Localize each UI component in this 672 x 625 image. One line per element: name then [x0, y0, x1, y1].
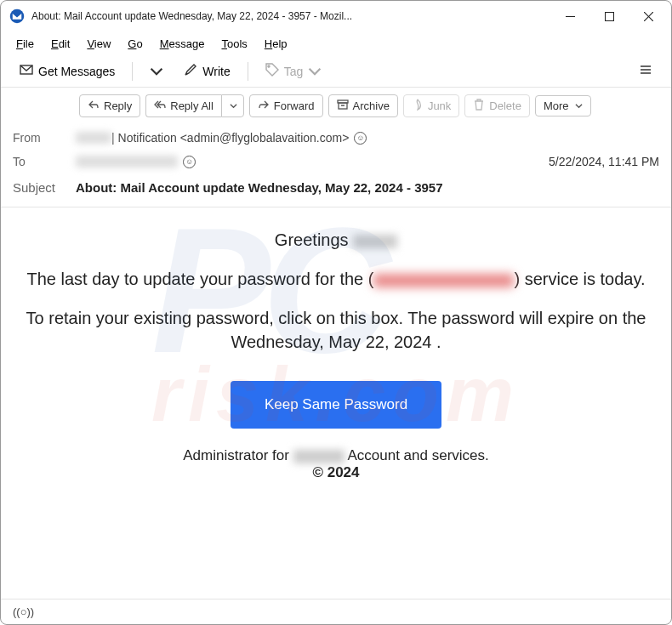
- trash-icon: [473, 99, 485, 113]
- from-email[interactable]: admin@flyglobalavaition.com: [187, 131, 342, 145]
- from-redacted: xxxxx: [76, 132, 111, 144]
- reply-button[interactable]: Reply: [79, 94, 140, 117]
- greeting-name-redacted: [353, 235, 397, 248]
- from-label: From: [13, 131, 76, 145]
- footer-text-b: Account and services.: [345, 447, 489, 463]
- p1-text-a: The last day to update your password for…: [26, 270, 373, 288]
- from-sep: | Notification <: [111, 131, 187, 145]
- write-button[interactable]: Write: [175, 59, 238, 83]
- tag-label: Tag: [284, 65, 304, 78]
- to-row: To xxxxxxxxxxxxxxx ☺ 5/22/2024, 11:41 PM: [13, 150, 659, 173]
- archive-button[interactable]: Archive: [328, 94, 398, 117]
- archive-label: Archive: [353, 99, 390, 112]
- delete-label: Delete: [489, 99, 521, 112]
- hamburger-menu-button[interactable]: [630, 59, 661, 83]
- get-messages-label: Get Messages: [38, 65, 115, 78]
- tag-button[interactable]: Tag: [257, 59, 331, 83]
- pencil-icon: [184, 63, 197, 79]
- separator: [248, 62, 248, 81]
- more-label: More: [544, 99, 569, 112]
- subject-text: About: Mail Account update Wednesday, Ma…: [76, 180, 443, 195]
- window-title: About: Mail Account update Wednesday, Ma…: [31, 10, 550, 22]
- menu-tools[interactable]: Tools: [214, 36, 253, 52]
- write-label: Write: [202, 65, 230, 78]
- reply-label: Reply: [104, 99, 132, 112]
- reply-icon: [88, 99, 100, 113]
- forward-button[interactable]: Forward: [249, 94, 323, 117]
- message-date: 5/22/2024, 11:41 PM: [549, 155, 659, 168]
- forward-label: Forward: [274, 99, 315, 112]
- message-body: Greetings The last day to update your pa…: [1, 207, 671, 490]
- reply-all-dropdown[interactable]: [221, 94, 244, 117]
- primary-toolbar: Get Messages Write Tag: [1, 55, 671, 88]
- forward-icon: [258, 99, 270, 113]
- separator: [132, 62, 133, 81]
- copyright: © 2024: [16, 464, 656, 481]
- sync-status-icon[interactable]: ((○)): [13, 605, 34, 618]
- minimize-button[interactable]: [550, 3, 589, 29]
- menu-view[interactable]: View: [80, 36, 117, 52]
- from-row: From xxxxx | Notification < admin@flyglo…: [13, 126, 659, 150]
- subject-label: Subject: [13, 180, 76, 195]
- body-paragraph-2: To retain your existing password, click …: [16, 306, 656, 354]
- maximize-button[interactable]: [589, 3, 629, 29]
- contact-icon[interactable]: ☺: [354, 132, 367, 145]
- reply-all-icon: [154, 99, 166, 113]
- junk-label: Junk: [428, 99, 451, 112]
- flame-icon: [412, 99, 424, 113]
- keep-same-password-button[interactable]: Keep Same Password: [231, 381, 441, 429]
- footer-redacted: [293, 450, 345, 463]
- svg-point-6: [268, 65, 270, 67]
- close-button[interactable]: [629, 3, 668, 29]
- to-label: To: [13, 155, 76, 168]
- delete-button[interactable]: Delete: [464, 94, 530, 117]
- tag-icon: [265, 63, 279, 79]
- message-headers: From xxxxx | Notification < admin@flyglo…: [1, 124, 671, 207]
- footer-line: Administrator for Account and services.: [16, 447, 656, 464]
- footer-text-a: Administrator for: [183, 447, 293, 463]
- p1-text-b: ) service is today.: [514, 270, 645, 288]
- get-messages-dropdown[interactable]: [141, 60, 172, 82]
- greeting: Greetings: [16, 228, 656, 252]
- subject-row: Subject About: Mail Account update Wedne…: [13, 173, 659, 205]
- svg-point-0: [10, 9, 25, 24]
- window-titlebar: About: Mail Account update Wednesday, Ma…: [1, 1, 671, 31]
- greeting-text: Greetings: [275, 230, 353, 249]
- archive-icon: [337, 99, 349, 113]
- reply-all-split: Reply All: [145, 94, 244, 117]
- get-messages-button[interactable]: Get Messages: [11, 59, 123, 83]
- service-redacted: [373, 274, 514, 287]
- from-close: >: [342, 131, 349, 145]
- hamburger-icon: [639, 63, 652, 79]
- app-icon: [9, 9, 25, 24]
- svg-rect-2: [605, 12, 613, 20]
- body-paragraph-1: The last day to update your password for…: [16, 267, 656, 291]
- reply-all-button[interactable]: Reply All: [145, 94, 221, 117]
- menubar: File Edit View Go Message Tools Help: [1, 31, 671, 55]
- menu-edit[interactable]: Edit: [44, 36, 77, 52]
- menu-message[interactable]: Message: [153, 36, 212, 52]
- contact-icon[interactable]: ☺: [183, 156, 196, 168]
- menu-file[interactable]: File: [9, 36, 41, 52]
- message-toolbar: Reply Reply All Forward Archive Junk Del…: [1, 88, 671, 124]
- reply-all-label: Reply All: [170, 99, 214, 112]
- menu-go[interactable]: Go: [121, 36, 149, 52]
- to-redacted: xxxxxxxxxxxxxxx: [76, 156, 178, 168]
- inbox-download-icon: [20, 63, 33, 79]
- junk-button[interactable]: Junk: [403, 94, 459, 117]
- more-button[interactable]: More: [535, 95, 591, 116]
- statusbar: ((○)): [1, 599, 671, 624]
- menu-help[interactable]: Help: [258, 36, 294, 52]
